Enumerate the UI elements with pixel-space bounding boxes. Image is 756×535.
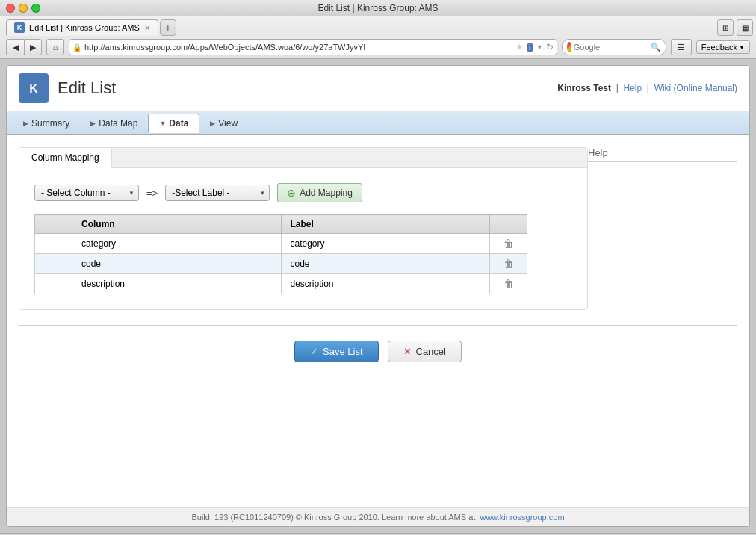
address-bar-star-icon[interactable]: ★ <box>515 42 524 52</box>
table-cell-label: code <box>281 254 490 274</box>
tab-summary-label: Summary <box>31 118 69 129</box>
footer-actions: ✓ Save List ✕ Cancel <box>19 341 737 362</box>
table-cell-label: description <box>281 274 490 294</box>
page-title: Edit List <box>58 78 116 98</box>
table-header-column: Column <box>72 215 282 234</box>
save-check-icon: ✓ <box>310 346 318 357</box>
toolbar-icon-1[interactable]: ⊞ <box>717 19 734 36</box>
delete-row-button[interactable]: 🗑 <box>499 278 518 290</box>
table-row: description description 🗑 <box>35 274 527 294</box>
table-cell-index <box>35 234 72 254</box>
nav-tabs: ▶ Summary ▶ Data Map ▼ Data ▶ View <box>7 111 749 135</box>
tab-view[interactable]: ▶ View <box>199 114 248 132</box>
home-button[interactable]: ⌂ <box>46 39 64 55</box>
tab-data-map[interactable]: ▶ Data Map <box>80 114 148 132</box>
column-mapping-tab[interactable]: Column Mapping <box>19 148 112 168</box>
delete-row-button[interactable]: 🗑 <box>499 238 518 250</box>
search-magnifier-icon[interactable]: 🔍 <box>651 43 661 52</box>
table-cell-delete: 🗑 <box>490 234 527 254</box>
tab-view-arrow-icon: ▶ <box>210 120 215 127</box>
website-link[interactable]: www.kinrossgroup.com <box>480 513 564 522</box>
table-cell-delete: 🗑 <box>490 254 527 274</box>
app-footer: Build: 193 (RC1011240709) © Kinross Grou… <box>7 507 749 526</box>
browser-tab-active[interactable]: K Edit List | Kinross Group: AMS ✕ <box>6 19 158 36</box>
feedback-label: Feedback <box>701 43 737 52</box>
add-mapping-label: Add Mapping <box>300 188 353 198</box>
table-header-action <box>490 215 527 234</box>
select-column-dropdown[interactable]: - Select Column - <box>34 185 139 201</box>
maximize-btn[interactable] <box>31 4 40 13</box>
tab-close-icon[interactable]: ✕ <box>144 24 150 32</box>
delete-row-button[interactable]: 🗑 <box>499 258 518 270</box>
search-provider-icon <box>567 42 571 52</box>
table-cell-delete: 🗑 <box>490 274 527 294</box>
nav-button-group: ◀ ▶ <box>6 39 42 55</box>
back-button[interactable]: ◀ <box>6 39 24 55</box>
window-titlebar: Edit List | Kinross Group: AMS <box>0 0 756 16</box>
table-cell-column: code <box>72 254 282 274</box>
tab-data[interactable]: ▼ Data <box>148 114 199 133</box>
logo-icon: K <box>23 78 44 99</box>
arrow-label: => <box>146 188 158 199</box>
address-bar-info-icon[interactable]: i <box>527 43 533 52</box>
browser-tabs: K Edit List | Kinross Group: AMS ✕ + ⊞ ▦ <box>0 16 756 36</box>
address-bar-refresh-icon[interactable]: ↻ <box>546 42 554 52</box>
column-mapping-tab-label: Column Mapping <box>31 152 99 163</box>
build-text: Build: 193 (RC1011240709) © Kinross Grou… <box>191 513 475 522</box>
cancel-button[interactable]: ✕ Cancel <box>388 341 462 362</box>
add-mapping-button[interactable]: ⊕ Add Mapping <box>277 183 362 202</box>
new-tab-button[interactable]: + <box>160 19 176 36</box>
wiki-link[interactable]: Wiki (Online Manual) <box>654 83 737 93</box>
tab-panel-header: Column Mapping <box>19 148 587 168</box>
column-mapping-panel: Column Mapping - Select Column - => <box>19 147 588 310</box>
tab-data-map-arrow-icon: ▶ <box>90 120 96 127</box>
app-header: K Edit List Kinross Test | Help | Wiki (… <box>7 66 749 111</box>
table-cell-column: description <box>72 274 282 294</box>
search-bar-container: 🔍 <box>562 39 666 55</box>
help-section: Help <box>588 147 737 162</box>
feedback-button[interactable]: Feedback ▼ <box>696 40 750 54</box>
tab-summary-arrow-icon: ▶ <box>23 120 28 127</box>
tab-summary[interactable]: ▶ Summary <box>13 114 80 132</box>
tab-data-arrow-icon: ▼ <box>159 120 166 127</box>
app-logo: K <box>19 73 49 103</box>
help-label: Help <box>588 147 608 158</box>
minimize-btn[interactable] <box>19 4 28 13</box>
tab-favicon: K <box>14 22 25 33</box>
forward-button[interactable]: ▶ <box>24 39 42 55</box>
address-bar-lock-icon: 🔒 <box>72 43 81 52</box>
save-list-button[interactable]: ✓ Save List <box>294 341 378 362</box>
table-header-empty1 <box>35 215 72 234</box>
table-cell-index <box>35 254 72 274</box>
close-btn[interactable] <box>6 4 15 13</box>
page-content: K Edit List Kinross Test | Help | Wiki (… <box>0 59 756 533</box>
browser-chrome: K Edit List | Kinross Group: AMS ✕ + ⊞ ▦… <box>0 16 756 59</box>
window-title: Edit List | Kinross Group: AMS <box>317 3 438 13</box>
search-input[interactable] <box>574 43 648 52</box>
mapping-row: - Select Column - => -Select Label - ⊕ A… <box>34 183 572 202</box>
app-window: K Edit List Kinross Test | Help | Wiki (… <box>6 65 750 527</box>
user-name: Kinross Test <box>557 83 611 93</box>
address-bar-dropdown-icon[interactable]: ▼ <box>536 43 543 51</box>
toolbar-icon-2[interactable]: ▦ <box>737 19 753 36</box>
column-mapping-table: Column Label category category <box>34 214 527 294</box>
table-header-label: Label <box>281 215 490 234</box>
svg-text:K: K <box>29 82 38 95</box>
browser-toolbar: ◀ ▶ ⌂ 🔒 ★ i ▼ ↻ 🔍 ☰ Feedback ▼ <box>0 36 756 58</box>
address-bar-input[interactable] <box>84 43 512 52</box>
help-link[interactable]: Help <box>623 83 642 93</box>
table-cell-index <box>35 274 72 294</box>
browser-menu-button[interactable]: ☰ <box>671 39 692 55</box>
select-label-dropdown[interactable]: -Select Label - <box>165 185 270 201</box>
window-controls <box>6 4 40 13</box>
address-bar-container: 🔒 ★ i ▼ ↻ <box>69 39 557 55</box>
table-row: category category 🗑 <box>35 234 527 254</box>
select-label-wrapper: -Select Label - <box>165 185 270 201</box>
table-cell-column: category <box>72 234 282 254</box>
table-cell-label: category <box>281 234 490 254</box>
main-content: Help Column Mapping - Select Column - <box>7 135 749 507</box>
cancel-label: Cancel <box>416 346 446 357</box>
app-header-right: Kinross Test | Help | Wiki (Online Manua… <box>557 83 737 93</box>
tab-data-label: Data <box>169 118 188 129</box>
feedback-dropdown-icon: ▼ <box>739 44 745 51</box>
